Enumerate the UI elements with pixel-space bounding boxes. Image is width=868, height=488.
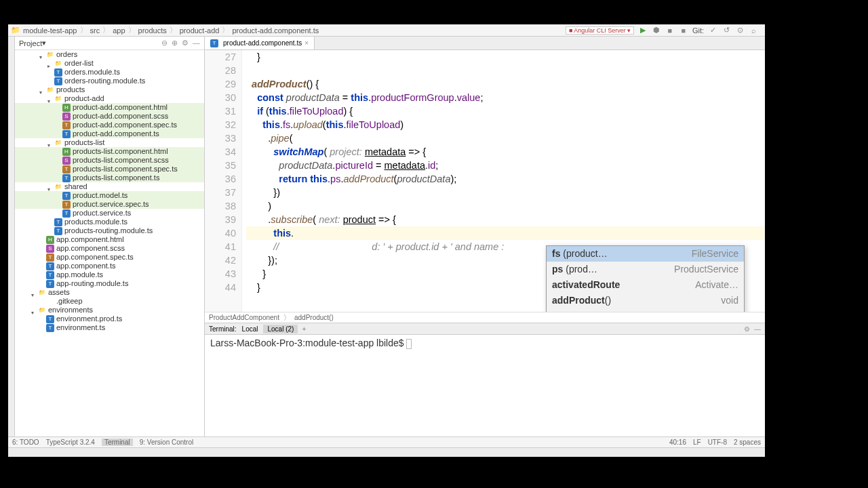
autocomplete-popup[interactable]: fs (product…FileServiceps (prod…ProductS… <box>546 245 745 312</box>
stop-icon[interactable]: ■ <box>665 26 675 35</box>
tool-window-stripe-left[interactable] <box>8 37 15 436</box>
caret-position: 40:16 <box>669 439 686 446</box>
terminal-tabs: Terminal: Local Local (2) + ⚙ — <box>205 323 765 335</box>
ts-icon: T <box>46 315 54 323</box>
terminal-tab[interactable]: Local <box>238 325 262 333</box>
close-tab-icon[interactable]: × <box>304 39 309 47</box>
tool-typescript[interactable]: TypeScript 3.2.4 <box>46 439 95 446</box>
tree-item[interactable]: ▾📁orders <box>15 50 204 59</box>
html-icon: H <box>46 236 54 244</box>
ts-icon: T <box>46 271 54 279</box>
ts-icon: T <box>46 262 54 270</box>
tool-vcs[interactable]: 9: Version Control <box>140 439 194 446</box>
hide-icon[interactable]: — <box>754 325 761 333</box>
dir-icon: 📁 <box>54 95 62 103</box>
ts-icon: T <box>46 280 54 288</box>
tree-item[interactable]: Tenvironment.prod.ts <box>15 314 204 323</box>
breadcrumb-item[interactable]: product-add <box>180 26 220 35</box>
navigation-bar: 📁 module-test-app〉 src〉 app〉 products〉 p… <box>8 24 765 37</box>
dir-icon: 📁 <box>38 289 46 297</box>
ts-icon: T <box>54 77 62 85</box>
breadcrumb-item[interactable]: src <box>90 26 100 35</box>
tree-item-label: environment.ts <box>56 323 105 333</box>
scss-icon: S <box>62 113 71 121</box>
autocomplete-item[interactable]: fs (product…FileService <box>547 246 744 262</box>
line-numbers-gutter: 272829303132333435363738394041424344 <box>205 50 242 312</box>
ts-icon: T <box>62 209 71 218</box>
tree-item[interactable]: ▾📁assets <box>15 288 204 297</box>
dir-icon: 📁 <box>38 306 46 314</box>
editor-breadcrumbs[interactable]: ProductAddComponent 〉 addProduct() <box>205 312 765 323</box>
ts-icon: T <box>62 192 71 200</box>
ide-window: 📁 module-test-app〉 src〉 app〉 products〉 p… <box>8 24 765 457</box>
ts-icon: T <box>62 130 71 138</box>
editor-tabs: T product-add.component.ts × <box>205 37 765 50</box>
file-icon <box>46 298 54 306</box>
project-header: Project ▾ ⊖ ⊕ ⚙ — <box>15 37 204 50</box>
terminal-tab[interactable]: Local (2) <box>263 325 298 333</box>
scss-icon: S <box>62 157 71 165</box>
dir-icon: 📁 <box>46 86 54 94</box>
ts-icon: T <box>46 324 54 332</box>
dir-icon: 📁 <box>54 139 62 147</box>
bottom-tool-buttons: 6: TODO TypeScript 3.2.4 Terminal 9: Ver… <box>8 436 765 447</box>
dir-icon: 📁 <box>46 51 54 59</box>
dir-icon: 📁 <box>54 60 62 68</box>
target-icon[interactable]: ⊕ <box>172 39 178 47</box>
debug-icon[interactable]: ⬢ <box>652 26 661 35</box>
add-terminal-icon[interactable]: + <box>299 325 309 333</box>
indent[interactable]: 2 spaces <box>734 439 761 446</box>
dir-icon: 📁 <box>54 183 62 191</box>
terminal[interactable]: Larss-MacBook-Pro-3:module-test-app lbil… <box>205 335 765 436</box>
run-config-selector[interactable]: ■ Angular CLI Server ▾ <box>566 26 634 35</box>
hide-icon[interactable]: — <box>193 39 200 47</box>
spec-icon: T <box>46 253 54 262</box>
spec-icon: T <box>62 121 71 129</box>
tree-item[interactable]: Tproducts-list.component.ts <box>15 174 204 182</box>
project-tree[interactable]: ▾📁orders▸📁order-listTorders.module.tsTor… <box>15 50 204 436</box>
vcs-history-icon[interactable]: ⊙ <box>735 26 745 35</box>
tree-item[interactable]: Tapp.component.ts <box>15 262 204 270</box>
tree-item[interactable]: Torders-routing.module.ts <box>15 77 204 85</box>
cursor <box>406 339 412 349</box>
ts-icon: T <box>54 68 62 77</box>
autocomplete-item[interactable]: fileToUpload (Prod…File <box>547 308 744 312</box>
breadcrumb-item[interactable]: product-add.component.ts <box>232 26 319 35</box>
autocomplete-item[interactable]: addProduct()void <box>547 293 744 308</box>
line-separator[interactable]: LF <box>693 439 701 446</box>
breadcrumb-item[interactable]: module-test-app <box>23 26 77 35</box>
editor-panel: T product-add.component.ts × 27282930313… <box>205 37 765 436</box>
project-tool-window: Project ▾ ⊖ ⊕ ⚙ — ▾📁orders▸📁order-listTo… <box>15 37 205 436</box>
autocomplete-item[interactable]: activatedRouteActivate… <box>547 277 744 293</box>
ts-icon: T <box>54 218 62 226</box>
ts-icon: T <box>54 227 62 235</box>
vcs-update-icon[interactable]: ✓ <box>708 26 717 35</box>
breadcrumb-item[interactable]: products <box>138 26 167 35</box>
html-icon: H <box>62 148 71 156</box>
ts-icon: T <box>62 174 71 182</box>
spec-icon: T <box>62 165 71 174</box>
status-bar-footer <box>8 447 765 457</box>
tree-item[interactable]: ▾📁products <box>15 85 204 94</box>
html-icon: H <box>62 104 71 112</box>
scss-icon: S <box>46 245 54 253</box>
editor-tab[interactable]: T product-add.component.ts × <box>205 37 315 49</box>
tool-terminal[interactable]: Terminal <box>102 439 133 446</box>
code-editor[interactable]: 272829303132333435363738394041424344 } a… <box>205 50 765 312</box>
folder-icon: 📁 <box>11 26 20 35</box>
tree-item[interactable]: Tproduct-add.component.ts <box>15 129 204 138</box>
breadcrumb-item[interactable]: app <box>113 26 125 35</box>
spec-icon: T <box>62 201 71 209</box>
vcs-revert-icon[interactable]: ↺ <box>722 26 731 35</box>
run-icon[interactable]: ▶ <box>638 26 648 35</box>
tool-todo[interactable]: 6: TODO <box>12 439 39 446</box>
encoding[interactable]: UTF-8 <box>708 439 727 446</box>
gear-icon[interactable]: ⚙ <box>182 39 189 47</box>
tree-item[interactable]: Tenvironment.ts <box>15 323 204 332</box>
stop-icon[interactable]: ■ <box>679 26 688 35</box>
gear-icon[interactable]: ⚙ <box>744 325 750 333</box>
autocomplete-item[interactable]: ps (prod…ProductService <box>547 262 744 277</box>
collapse-icon[interactable]: ⊖ <box>161 39 167 47</box>
git-label: Git: <box>692 26 704 35</box>
search-icon[interactable]: ⌕ <box>749 26 758 35</box>
